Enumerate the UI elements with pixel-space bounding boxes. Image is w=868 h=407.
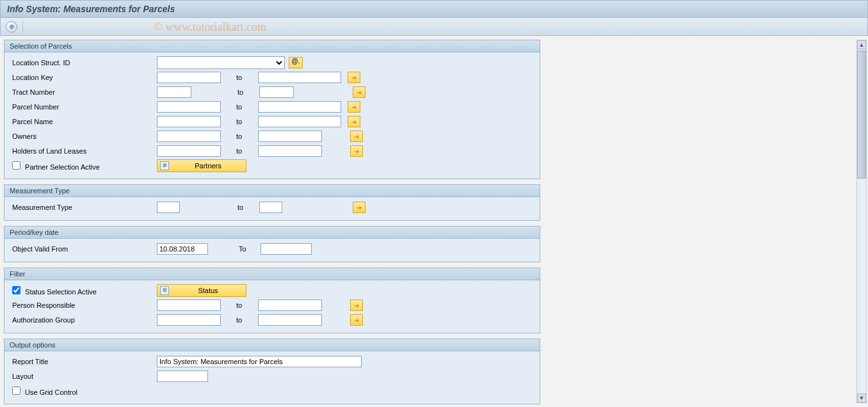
right-empty-area: ▲ ▼ <box>544 36 868 407</box>
use-grid-control-checkbox[interactable] <box>12 387 20 395</box>
holders-from[interactable] <box>157 145 221 157</box>
label-parcel-name: Parcel Name <box>10 118 157 125</box>
group-header: Filter <box>4 268 540 280</box>
group-header: Period/key date <box>4 227 540 239</box>
label-parcel-number: Parcel Number <box>10 103 157 111</box>
multiple-selection-icon[interactable] <box>348 116 360 127</box>
to-label: to <box>225 88 257 96</box>
status-button[interactable]: ⊞ Status <box>157 284 246 297</box>
label-layout: Layout <box>10 372 157 380</box>
tract-number-to[interactable] <box>259 86 294 98</box>
group-period: Period/key date Object Valid From To <box>4 226 540 262</box>
window-title: Info System: Measurements for Parcels <box>0 0 868 18</box>
group-measurement-type: Measurement Type Measurement Type to <box>4 184 540 221</box>
multiple-selection-icon[interactable] <box>348 101 360 113</box>
status-selection-active-checkbox[interactable] <box>12 286 20 294</box>
valid-to-input[interactable] <box>261 243 312 255</box>
auth-group-from[interactable] <box>157 314 221 326</box>
location-key-from[interactable] <box>157 72 221 83</box>
multiple-selection-icon[interactable] <box>353 86 366 98</box>
label-owners: Owners <box>10 132 157 140</box>
status-expand-icon: ⊞ <box>160 286 169 295</box>
status-button-label: Status <box>173 287 243 294</box>
parcel-name-to[interactable] <box>258 116 341 127</box>
parcel-number-from[interactable] <box>157 101 221 113</box>
group-filter: Filter Status Selection Active ⊞ Status <box>4 267 540 333</box>
label-status-sel-active: Status Selection Active <box>25 288 97 296</box>
to-label: To <box>226 245 258 253</box>
measurement-type-to[interactable] <box>259 202 282 213</box>
vertical-scrollbar[interactable]: ▲ ▼ <box>856 40 867 403</box>
location-key-to[interactable] <box>258 72 341 83</box>
label-tract-number: Tract Number <box>10 88 157 96</box>
auth-group-to[interactable] <box>258 314 322 326</box>
to-label: to <box>223 118 255 125</box>
multiple-selection-icon[interactable] <box>350 299 363 311</box>
report-title-input[interactable] <box>157 356 362 367</box>
label-measurement-type: Measurement Type <box>10 204 157 211</box>
label-location-struct-id: Location Struct. ID <box>10 59 157 67</box>
measurement-type-from[interactable] <box>157 202 180 213</box>
label-report-title: Report Title <box>10 358 157 365</box>
multiple-selection-icon[interactable] <box>350 131 363 142</box>
to-label: to <box>223 147 255 155</box>
group-output-options: Output options Report Title Layout <box>4 339 540 404</box>
person-resp-from[interactable] <box>157 299 221 311</box>
location-struct-id-select[interactable] <box>157 56 285 69</box>
label-person-responsible: Person Responsible <box>10 301 157 309</box>
multiple-selection-icon[interactable] <box>348 72 360 83</box>
to-label: to <box>223 316 255 324</box>
scroll-up-icon[interactable]: ▲ <box>857 40 866 49</box>
partners-expand-icon: ⊞ <box>160 161 169 170</box>
label-partner-sel-active: Partner Selection Active <box>25 163 100 171</box>
group-selection-parcels: Selection of Parcels Location Struct. ID… <box>4 40 540 179</box>
multiple-selection-icon[interactable] <box>350 145 363 157</box>
group-header: Measurement Type <box>4 185 540 197</box>
label-use-grid-control: Use Grid Control <box>25 388 77 396</box>
owners-from[interactable] <box>157 131 221 142</box>
execute-icon[interactable]: ⊕ <box>6 21 17 33</box>
scroll-down-icon[interactable]: ▼ <box>857 394 866 403</box>
toolbar-separator <box>22 21 23 33</box>
to-label: to <box>223 103 255 111</box>
label-holders: Holders of Land Leases <box>10 147 157 155</box>
owners-to[interactable] <box>258 131 322 142</box>
person-resp-to[interactable] <box>258 299 322 311</box>
to-label: to <box>223 301 255 309</box>
label-location-key: Location Key <box>10 74 157 81</box>
to-label: to <box>225 204 257 211</box>
group-header: Output options <box>4 339 540 351</box>
partners-button[interactable]: ⊞ Partners <box>157 159 246 172</box>
partner-selection-active-checkbox[interactable] <box>12 161 20 170</box>
parcel-number-to[interactable] <box>258 101 341 113</box>
to-label: to <box>223 132 255 140</box>
search-help-icon[interactable]: @. <box>289 57 303 68</box>
layout-input[interactable] <box>157 371 208 382</box>
parcel-name-from[interactable] <box>157 116 221 127</box>
valid-from-input[interactable] <box>157 243 208 255</box>
scroll-thumb[interactable] <box>857 51 866 179</box>
group-header: Selection of Parcels <box>4 40 540 52</box>
tract-number-from[interactable] <box>157 86 191 98</box>
to-label: to <box>223 74 255 81</box>
holders-to[interactable] <box>258 145 322 157</box>
partners-button-label: Partners <box>173 162 243 170</box>
label-auth-group: Authorization Group <box>10 316 157 324</box>
window-title-text: Info System: Measurements for Parcels <box>7 4 175 14</box>
multiple-selection-icon[interactable] <box>353 202 366 213</box>
toolbar: ⊕ <box>0 18 868 36</box>
label-valid-from: Object Valid From <box>10 245 157 253</box>
multiple-selection-icon[interactable] <box>350 314 363 326</box>
